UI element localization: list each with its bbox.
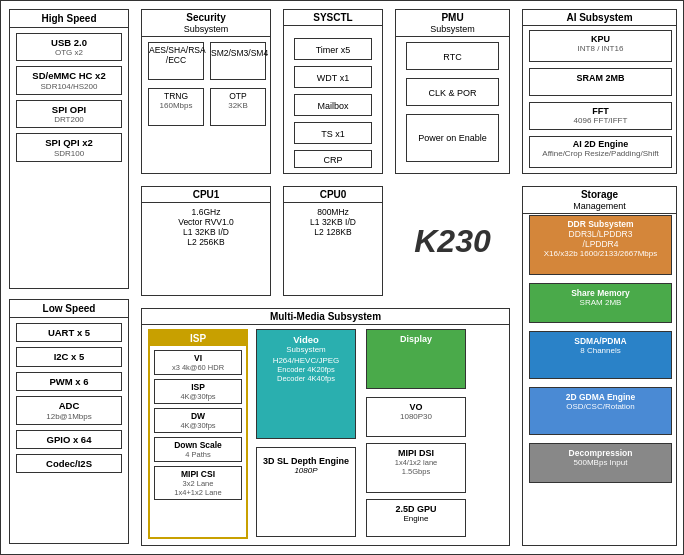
sysctl-mailbox: Mailbox <box>294 94 372 116</box>
multimedia-isp-inner: ISP 4K@30fps <box>154 379 242 404</box>
multimedia-vi: VI x3 4k@60 HDR <box>154 350 242 375</box>
ls-uart: UART x 5 <box>16 323 122 342</box>
multimedia-mipi-dsi: MIPI DSI 1x4/1x2 lane 1.5Gbps <box>366 443 466 493</box>
ls-adc: ADC 12b@1Mbps <box>16 396 122 424</box>
main-diagram: High Speed USB 2.0 OTG x2 SD/eMMC HC x2 … <box>0 0 684 555</box>
ai-subsystem: AI Subsystem KPU INT8 / INT16 SRAM 2MB F… <box>522 9 677 174</box>
multimedia-mipi-csi: MIPI CSI 3x2 Lane 1x4+1x2 Lane <box>154 466 242 500</box>
multimedia-subsystem: Multi-Media Subsystem ISP VI x3 4k@60 HD… <box>141 308 510 546</box>
hs-sdmmc: SD/eMMC HC x2 SDR104/HS200 <box>16 66 122 94</box>
low-speed-title: Low Speed <box>10 300 128 318</box>
sysctl-wdt: WDT x1 <box>294 66 372 88</box>
pmu-title: PMU Subsystem <box>396 10 509 37</box>
low-speed-section: Low Speed UART x 5 I2C x 5 PWM x 6 ADC 1… <box>9 299 129 544</box>
sec-sm: SM2/SM3/SM4 <box>210 42 266 80</box>
storage-share: Share Memory SRAM 2MB <box>529 283 672 323</box>
sec-otp: OTP 32KB <box>210 88 266 126</box>
cpu1-title: CPU1 <box>142 187 270 203</box>
hs-spi-opi: SPI OPI DRT200 <box>16 100 122 128</box>
storage-title: Storage Management <box>523 187 676 214</box>
storage-management: Storage Management DDR Subsystem DDR3L/L… <box>522 186 677 546</box>
ls-i2c: I2C x 5 <box>16 347 122 366</box>
ai-kpu: KPU INT8 / INT16 <box>529 30 672 62</box>
cpu1-details: 1.6GHz Vector RVV1.0 L1 32KB I/D L2 256K… <box>142 203 270 251</box>
storage-ddr: DDR Subsystem DDR3L/LPDDR3 /LPDDR4 X16/x… <box>529 215 672 275</box>
storage-gdma: 2D GDMA Engine OSD/CSC/Rotation <box>529 387 672 435</box>
hs-usb: USB 2.0 OTG x2 <box>16 33 122 61</box>
multimedia-isp-title: ISP <box>150 331 246 346</box>
multimedia-gpu: 2.5D GPU Engine <box>366 499 466 537</box>
sysctl-timer: Timer x5 <box>294 38 372 60</box>
cpu1-section: CPU1 1.6GHz Vector RVV1.0 L1 32KB I/D L2… <box>141 186 271 296</box>
high-speed-section: High Speed USB 2.0 OTG x2 SD/eMMC HC x2 … <box>9 9 129 289</box>
pmu-subsystem: PMU Subsystem RTC CLK & POR Power on Ena… <box>395 9 510 174</box>
ai-fft: FFT 4096 FFT/IFFT <box>529 102 672 130</box>
multimedia-vo: VO 1080P30 <box>366 397 466 437</box>
k230-label: K230 <box>395 186 510 296</box>
sysctl-crp: CRP <box>294 150 372 168</box>
sysctl-section: SYSCTL Timer x5 WDT x1 Mailbox TS x1 CRP <box>283 9 383 174</box>
ai-title: AI Subsystem <box>523 10 676 26</box>
ls-gpio: GPIO x 64 <box>16 430 122 449</box>
multimedia-downscale: Down Scale 4 Paths <box>154 437 242 462</box>
ls-codec: Codec/I2S <box>16 454 122 473</box>
multimedia-display: Display <box>366 329 466 389</box>
ai-sram: SRAM 2MB <box>529 68 672 96</box>
high-speed-title: High Speed <box>10 10 128 28</box>
multimedia-3dsl: 3D SL Depth Engine 1080P <box>256 447 356 537</box>
cpu0-details: 800MHz L1 32KB I/D L2 128KB <box>284 203 382 241</box>
sec-trng: TRNG 160Mbps <box>148 88 204 126</box>
security-title: Security Subsystem <box>142 10 270 37</box>
pmu-clk: CLK & POR <box>406 78 499 106</box>
hs-spi-qpi: SPI QPI x2 SDR100 <box>16 133 122 161</box>
ls-pwm: PWM x 6 <box>16 372 122 391</box>
multimedia-dw: DW 4K@30fps <box>154 408 242 433</box>
multimedia-isp-section: ISP VI x3 4k@60 HDR ISP 4K@30fps DW 4K@3… <box>148 329 248 539</box>
cpu0-section: CPU0 800MHz L1 32KB I/D L2 128KB <box>283 186 383 296</box>
cpu0-title: CPU0 <box>284 187 382 203</box>
pmu-power-enable: Power on Enable <box>406 114 499 162</box>
storage-decomp: Decompression 500MBps Input <box>529 443 672 483</box>
ai-2d-engine: AI 2D Engine Affine/Crop Resize/Padding/… <box>529 136 672 168</box>
sysctl-ts: TS x1 <box>294 122 372 144</box>
multimedia-title: Multi-Media Subsystem <box>142 309 509 325</box>
sec-aes: AES/SHA/RSA /ECC <box>148 42 204 80</box>
sysctl-title: SYSCTL <box>284 10 382 26</box>
security-subsystem: Security Subsystem AES/SHA/RSA /ECC SM2/… <box>141 9 271 174</box>
multimedia-video-subsystem: Video Subsystem H264/HEVC/JPEG Encoder 4… <box>256 329 356 439</box>
storage-sdma: SDMA/PDMA 8 Channels <box>529 331 672 379</box>
pmu-rtc: RTC <box>406 42 499 70</box>
